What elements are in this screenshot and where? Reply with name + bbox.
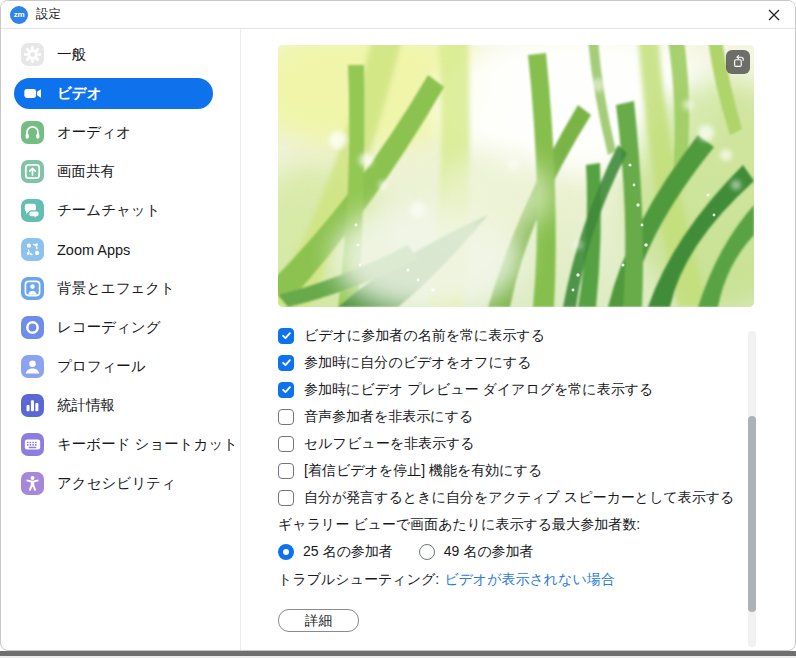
troubleshooting-link[interactable]: ビデオが表示されない場合 <box>444 571 615 589</box>
sidebar-item-keyboard-shortcuts[interactable]: キーボード ショートカット <box>14 429 213 460</box>
statistics-icon <box>21 394 44 417</box>
radio-49-participants[interactable]: 49 名の参加者 <box>419 543 534 561</box>
sidebar-item-label: 画面共有 <box>57 162 115 181</box>
headset-icon <box>21 121 44 144</box>
sidebar-item-label: アクセシビリティ <box>57 474 176 493</box>
option-label: [着信ビデオを停止] 機能を有効にする <box>304 462 542 480</box>
sidebar-item-label: プロフィール <box>57 357 146 376</box>
sidebar-item-label: チームチャット <box>57 201 161 220</box>
sidebar-item-screen-share[interactable]: 画面共有 <box>14 156 213 187</box>
option-label: ビデオに参加者の名前を常に表示する <box>304 327 545 345</box>
option-label: 参加時に自分のビデオをオフにする <box>304 354 532 372</box>
radio-icon[interactable] <box>419 544 435 560</box>
keyboard-icon <box>21 433 44 456</box>
camera-preview <box>278 45 754 307</box>
recording-icon <box>21 316 44 339</box>
advanced-button[interactable]: 詳細 <box>278 609 359 632</box>
checkbox-icon[interactable] <box>278 328 294 344</box>
screen-share-icon <box>21 160 44 183</box>
grass-preview-image <box>278 45 754 307</box>
titlebar: zm 設定 <box>1 1 795 29</box>
checkbox-icon[interactable] <box>278 490 294 506</box>
option-show-participant-names[interactable]: ビデオに参加者の名前を常に表示する <box>278 322 795 349</box>
video-camera-icon <box>21 82 44 105</box>
radio-25-participants[interactable]: 25 名の参加者 <box>278 543 393 561</box>
option-label: 参加時にビデオ プレビュー ダイアログを常に表示する <box>304 381 653 399</box>
checkbox-icon[interactable] <box>278 382 294 398</box>
radio-label: 25 名の参加者 <box>303 543 393 561</box>
background-effects-icon <box>21 277 44 300</box>
troubleshooting-row: トラブルシューティング: ビデオが表示されない場合 <box>278 566 795 594</box>
option-spotlight-when-speaking[interactable]: 自分が発言するときに自分をアクティブ スピーカーとして表示する <box>278 484 795 511</box>
option-turn-off-video-on-join[interactable]: 参加時に自分のビデオをオフにする <box>278 349 795 376</box>
sidebar-item-statistics[interactable]: 統計情報 <box>14 390 213 421</box>
close-button[interactable] <box>753 1 795 28</box>
team-chat-icon <box>21 199 44 222</box>
sidebar-item-recording[interactable]: レコーディング <box>14 312 213 343</box>
radio-icon[interactable] <box>278 544 294 560</box>
sidebar-item-label: ビデオ <box>57 84 102 103</box>
option-enable-stop-incoming-video[interactable]: [着信ビデオを停止] 機能を有効にする <box>278 457 795 484</box>
video-settings-panel: ビデオに参加者の名前を常に表示する 参加時に自分のビデオをオフにする 参加時にビ… <box>241 29 795 651</box>
gallery-view-label-text: ギャラリー ビューで画面あたりに表示する最大参加者数: <box>278 516 640 534</box>
sidebar-item-label: レコーディング <box>57 318 161 337</box>
rotate-icon <box>729 53 747 71</box>
scrollbar[interactable] <box>748 331 756 647</box>
troubleshooting-label: トラブルシューティング: <box>278 571 439 589</box>
sidebar-item-background-effects[interactable]: 背景とエフェクト <box>14 273 213 304</box>
window-title: 設定 <box>36 6 61 23</box>
accessibility-icon <box>21 472 44 495</box>
sidebar-item-label: 一般 <box>57 45 86 64</box>
sidebar-item-label: Zoom Apps <box>57 242 130 258</box>
option-label: 音声参加者を非表示にする <box>304 408 473 426</box>
checkbox-icon[interactable] <box>278 463 294 479</box>
sidebar-item-label: 背景とエフェクト <box>57 279 175 298</box>
zoom-logo-icon: zm <box>10 6 28 24</box>
sidebar-item-team-chat[interactable]: チームチャット <box>14 195 213 226</box>
sidebar-item-accessibility[interactable]: アクセシビリティ <box>14 468 213 499</box>
profile-icon <box>21 355 44 378</box>
option-label: 自分が発言するときに自分をアクティブ スピーカーとして表示する <box>304 489 734 507</box>
option-always-show-preview-dialog[interactable]: 参加時にビデオ プレビュー ダイアログを常に表示する <box>278 376 795 403</box>
gear-icon <box>21 43 44 66</box>
checkbox-icon[interactable] <box>278 409 294 425</box>
option-label: セルフビューを非表示する <box>304 435 475 453</box>
sidebar: 一般 ビデオ オーディオ 画面共有 <box>1 29 241 651</box>
rotate-preview-button[interactable] <box>726 50 750 74</box>
close-icon <box>768 9 780 21</box>
sidebar-item-label: オーディオ <box>57 123 131 142</box>
option-hide-non-video-participants[interactable]: 音声参加者を非表示にする <box>278 403 795 430</box>
sidebar-item-video[interactable]: ビデオ <box>14 78 213 109</box>
gallery-view-label: ギャラリー ビューで画面あたりに表示する最大参加者数: <box>278 511 795 538</box>
zoom-apps-icon <box>21 238 44 261</box>
sidebar-item-audio[interactable]: オーディオ <box>14 117 213 148</box>
sidebar-item-label: キーボード ショートカット <box>57 435 238 454</box>
max-participants-radio-group: 25 名の参加者 49 名の参加者 <box>278 538 795 566</box>
sidebar-item-general[interactable]: 一般 <box>14 39 213 70</box>
video-options-list: ビデオに参加者の名前を常に表示する 参加時に自分のビデオをオフにする 参加時にビ… <box>278 322 795 632</box>
settings-window: zm 設定 一般 ビデオ オーディオ <box>0 0 796 651</box>
sidebar-item-label: 統計情報 <box>57 396 115 415</box>
checkbox-icon[interactable] <box>278 355 294 371</box>
sidebar-item-profile[interactable]: プロフィール <box>14 351 213 382</box>
option-hide-self-view[interactable]: セルフビューを非表示する <box>278 430 795 457</box>
scrollbar-thumb[interactable] <box>748 416 756 612</box>
sidebar-item-zoom-apps[interactable]: Zoom Apps <box>14 234 213 265</box>
radio-label: 49 名の参加者 <box>444 543 534 561</box>
checkbox-icon[interactable] <box>278 436 294 452</box>
